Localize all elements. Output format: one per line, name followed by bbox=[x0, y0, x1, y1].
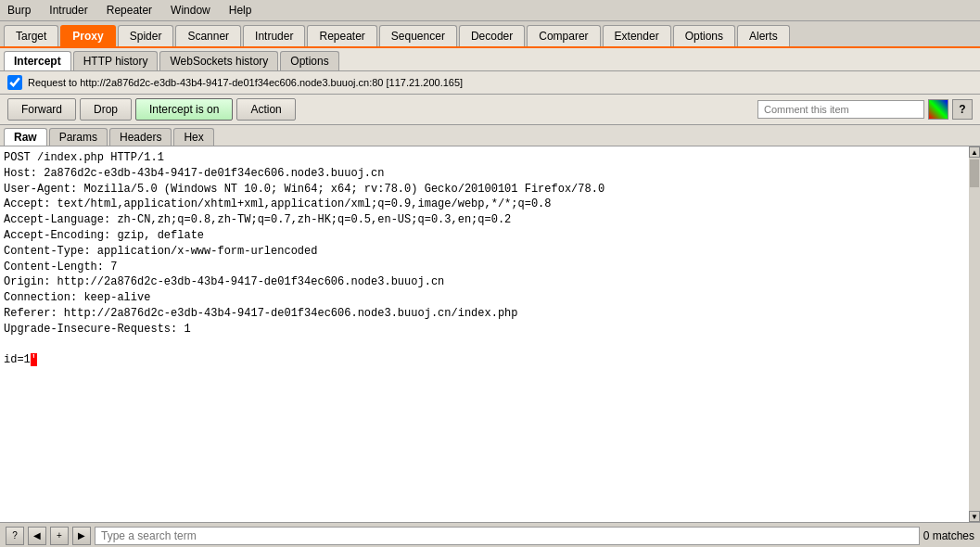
scrollbar-up-button[interactable]: ▲ bbox=[969, 146, 980, 158]
subtab-http-history[interactable]: HTTP history bbox=[73, 51, 159, 70]
menu-window[interactable]: Window bbox=[167, 2, 214, 19]
menu-burp[interactable]: Burp bbox=[4, 2, 34, 19]
tab-comparer[interactable]: Comparer bbox=[527, 25, 600, 46]
top-tab-bar: Target Proxy Spider Scanner Intruder Rep… bbox=[0, 21, 980, 48]
search-input[interactable] bbox=[95, 527, 920, 545]
drop-button[interactable]: Drop bbox=[80, 98, 132, 121]
tab-scanner[interactable]: Scanner bbox=[175, 25, 241, 46]
menu-help[interactable]: Help bbox=[225, 2, 256, 19]
view-tab-params[interactable]: Params bbox=[49, 128, 108, 146]
request-content[interactable]: POST /index.php HTTP/1.1 Host: 2a876d2c-… bbox=[0, 146, 969, 522]
matches-count: 0 matches bbox=[923, 529, 974, 542]
tab-spider[interactable]: Spider bbox=[118, 25, 174, 46]
request-checkbox[interactable] bbox=[7, 75, 22, 90]
status-bar: ? ◀ + ▶ 0 matches bbox=[0, 522, 980, 547]
status-add-button[interactable]: + bbox=[50, 527, 69, 545]
tab-options[interactable]: Options bbox=[673, 25, 735, 46]
forward-button[interactable]: Forward bbox=[7, 98, 76, 121]
subtab-options[interactable]: Options bbox=[280, 51, 338, 70]
intercept-button[interactable]: Intercept is on bbox=[135, 98, 233, 121]
sub-tab-bar: Intercept HTTP history WebSockets histor… bbox=[0, 48, 980, 71]
view-tab-bar: Raw Params Headers Hex bbox=[0, 125, 980, 146]
menu-repeater[interactable]: Repeater bbox=[103, 2, 156, 19]
color-picker-button[interactable] bbox=[928, 99, 948, 120]
action-button[interactable]: Action bbox=[236, 98, 295, 121]
tab-extender[interactable]: Extender bbox=[603, 25, 671, 46]
scrollbar-down-button[interactable]: ▼ bbox=[969, 511, 980, 522]
tab-intruder[interactable]: Intruder bbox=[243, 25, 305, 46]
help-button[interactable]: ? bbox=[952, 99, 973, 120]
view-tab-headers[interactable]: Headers bbox=[109, 128, 172, 146]
tab-proxy[interactable]: Proxy bbox=[60, 25, 115, 46]
tab-repeater[interactable]: Repeater bbox=[307, 25, 376, 46]
tab-sequencer[interactable]: Sequencer bbox=[379, 25, 457, 46]
view-tab-hex[interactable]: Hex bbox=[173, 128, 213, 146]
request-bar: Request to http://2a876d2c-e3db-43b4-941… bbox=[0, 71, 980, 95]
subtab-intercept[interactable]: Intercept bbox=[4, 51, 71, 70]
status-question-button[interactable]: ? bbox=[6, 527, 24, 545]
tab-decoder[interactable]: Decoder bbox=[459, 25, 525, 46]
scrollbar-thumb[interactable] bbox=[970, 159, 979, 187]
content-wrapper: POST /index.php HTTP/1.1 Host: 2a876d2c-… bbox=[0, 146, 980, 522]
status-next-button[interactable]: ▶ bbox=[72, 527, 91, 545]
comment-input[interactable] bbox=[757, 100, 924, 119]
tab-alerts[interactable]: Alerts bbox=[737, 25, 790, 46]
toolbar: Forward Drop Intercept is on Action ? bbox=[0, 95, 980, 125]
status-prev-button[interactable]: ◀ bbox=[28, 527, 46, 545]
subtab-websockets-history[interactable]: WebSockets history bbox=[159, 51, 278, 70]
menu-bar: Burp Intruder Repeater Window Help bbox=[0, 0, 980, 21]
scrollbar: ▲ ▼ bbox=[969, 146, 980, 522]
menu-intruder[interactable]: Intruder bbox=[45, 2, 91, 19]
tab-target[interactable]: Target bbox=[4, 25, 58, 46]
view-tab-raw[interactable]: Raw bbox=[4, 128, 47, 146]
request-url: Request to http://2a876d2c-e3db-43b4-941… bbox=[28, 77, 463, 88]
